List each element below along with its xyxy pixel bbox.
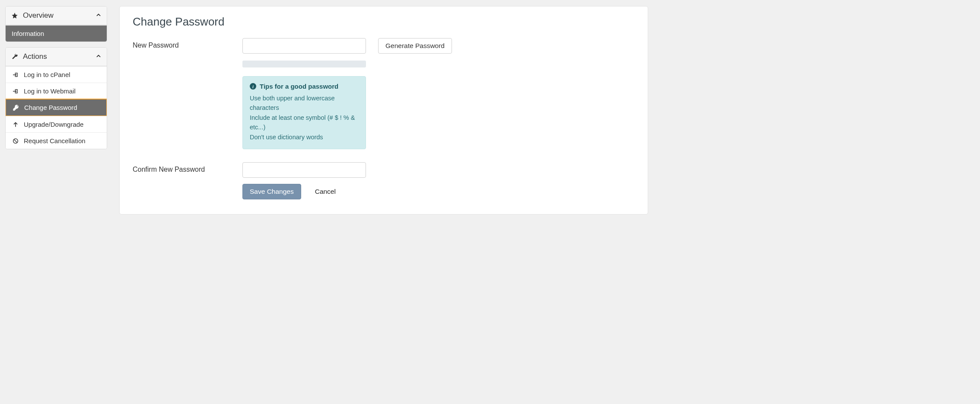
generate-password-button[interactable]: Generate Password [378,38,452,54]
row-new-password: New Password Generate Password [133,38,635,54]
arrow-up-icon [12,121,19,128]
cancel-button[interactable]: Cancel [308,184,343,199]
tips-line: Don't use dictionary words [250,132,359,142]
sidebar-item-label: Request Cancellation [24,137,86,144]
sidebar-item-request-cancellation[interactable]: Request Cancellation [6,132,107,149]
login-icon [12,71,19,78]
tips-line: Include at least one symbol (# $ ! % & e… [250,113,359,132]
page-title: Change Password [133,15,635,29]
login-icon [12,88,19,95]
key-icon [12,104,20,111]
info-icon: i [250,83,256,90]
sidebar-item-login-webmail[interactable]: Log in to Webmail [6,83,107,99]
sidebar-item-information[interactable]: Information [6,25,107,42]
sidebar-item-change-password[interactable]: Change Password [5,99,107,116]
ban-icon [12,138,19,144]
tips-heading: i Tips for a good password [250,83,359,90]
confirm-password-input[interactable] [242,162,366,178]
tips-line: Use both upper and lowercase characters [250,93,359,113]
sidebar-item-label: Log in to Webmail [24,87,76,95]
star-icon [11,12,19,19]
sidebar-item-label: Upgrade/Downgrade [24,121,83,128]
label-new-password: New Password [133,38,242,49]
chevron-up-icon [95,53,102,61]
sidebar-panel-actions: Actions Log in to cPanel Log in to Webma… [5,47,107,149]
form-button-row: Save Changes Cancel [242,184,635,199]
sidebar-item-label: Change Password [24,104,77,111]
sidebar: Overview Information Actions [5,6,107,215]
sidebar-actions-title: Actions [23,52,91,61]
tips-heading-text: Tips for a good password [260,83,338,90]
wrench-icon [11,53,19,60]
save-changes-button[interactable]: Save Changes [242,184,301,199]
sidebar-item-label: Information [12,30,44,37]
chevron-up-icon [95,12,102,19]
label-confirm-password: Confirm New Password [133,162,242,173]
main-panel: Change Password New Password Generate Pa… [119,6,648,215]
sidebar-panel-overview: Overview Information [5,6,107,42]
sidebar-item-label: Log in to cPanel [24,71,70,78]
sidebar-item-upgrade-downgrade[interactable]: Upgrade/Downgrade [6,116,107,132]
new-password-input[interactable] [242,38,366,54]
row-confirm-password: Confirm New Password [133,162,635,178]
sidebar-item-login-cpanel[interactable]: Log in to cPanel [6,66,107,83]
sidebar-overview-header[interactable]: Overview [6,6,107,25]
password-tips-box: i Tips for a good password Use both uppe… [242,76,366,149]
sidebar-actions-header[interactable]: Actions [6,48,107,66]
password-strength-meter [242,61,366,67]
sidebar-overview-title: Overview [23,11,91,20]
